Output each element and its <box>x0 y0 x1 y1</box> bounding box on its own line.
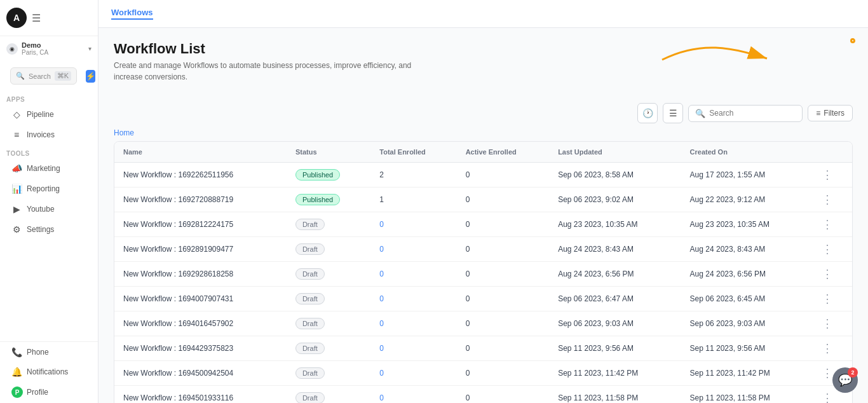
table-head: Name Status Total Enrolled Active Enroll… <box>114 142 852 163</box>
page-title: Workflow List <box>114 41 431 57</box>
cell-status: Draft <box>287 361 370 386</box>
flash-icon[interactable]: ⚡ <box>86 70 95 83</box>
pipeline-icon: ◇ <box>11 109 22 120</box>
row-more-button[interactable]: ⋮ <box>822 343 833 354</box>
search-box[interactable]: 🔍 <box>688 105 803 122</box>
sidebar-item-marketing[interactable]: 📣 Marketing <box>4 159 94 178</box>
cell-status: Draft <box>287 386 370 404</box>
apps-section-label: Apps <box>0 91 98 104</box>
cell-status: Draft <box>287 237 370 262</box>
toolbar-row: 🕐 ☰ 🔍 ≡ Filters <box>114 103 853 123</box>
sidebar-item-label: Pipeline <box>27 110 54 119</box>
cell-created-on: Aug 22 2023, 9:12 AM <box>681 188 813 212</box>
cell-name: New Workflow : 1692720888719 <box>114 188 287 212</box>
main-content: Workflows Workflow List Create and manag… <box>98 0 868 403</box>
sidebar-item-label: Marketing <box>27 164 60 173</box>
cell-status: Published <box>287 163 370 188</box>
cell-name: New Workflow : 1694016457902 <box>114 311 287 336</box>
cell-last-updated: Sep 06 2023, 9:03 AM <box>549 311 681 336</box>
search-input[interactable] <box>709 109 796 118</box>
table-row: New Workflow : 1694501933116 Draft 0 0 S… <box>114 386 852 404</box>
filters-button[interactable]: ≡ Filters <box>808 105 853 121</box>
table-row: New Workflow : 1692720888719 Published 1… <box>114 188 852 212</box>
cell-more: ⋮ <box>813 336 852 361</box>
col-active-enrolled: Active Enrolled <box>457 142 550 163</box>
row-more-button[interactable]: ⋮ <box>822 392 833 403</box>
topbar-title: Workflows <box>111 8 153 20</box>
cell-status: Draft <box>287 262 370 287</box>
cell-created-on: Aug 23 2023, 10:35 AM <box>681 212 813 237</box>
youtube-icon: ▶ <box>11 204 22 214</box>
status-badge: Draft <box>295 367 325 379</box>
status-badge: Draft <box>295 219 325 230</box>
sidebar-item-profile[interactable]: P Profile <box>4 382 94 403</box>
cell-status: Published <box>287 188 370 212</box>
cell-active-enrolled: 0 <box>457 262 550 287</box>
menu-toggle-icon[interactable]: ☰ <box>32 12 41 24</box>
cell-status: Draft <box>287 212 370 237</box>
sidebar-item-youtube[interactable]: ▶ Youtube <box>4 200 94 219</box>
row-more-button[interactable]: ⋮ <box>822 169 833 181</box>
breadcrumb[interactable]: Home <box>114 128 853 137</box>
avatar: A <box>6 8 27 28</box>
sidebar-search[interactable]: 🔍 Search ⌘K <box>10 67 77 85</box>
table-row: New Workflow : 1694007907431 Draft 0 0 S… <box>114 287 852 311</box>
sidebar-item-pipeline[interactable]: ◇ Pipeline <box>4 105 94 124</box>
table-row: New Workflow : 1692262511956 Published 2… <box>114 163 852 188</box>
row-more-button[interactable]: ⋮ <box>822 293 833 304</box>
cell-last-updated: Aug 24 2023, 6:56 PM <box>549 262 681 287</box>
status-badge: Draft <box>295 318 325 329</box>
row-more-button[interactable]: ⋮ <box>822 367 833 379</box>
cell-created-on: Sep 11 2023, 9:56 AM <box>681 336 813 361</box>
cell-created-on: Aug 24 2023, 8:43 AM <box>681 237 813 262</box>
table-row: New Workflow : 1694016457902 Draft 0 0 S… <box>114 311 852 336</box>
page-description: Create and manage Workflows to automate … <box>114 60 431 83</box>
page-header-row: Workflow List Create and manage Workflow… <box>114 41 853 93</box>
row-more-button[interactable]: ⋮ <box>822 268 833 280</box>
row-more-button[interactable]: ⋮ <box>822 318 833 329</box>
cell-last-updated: Sep 11 2023, 11:58 PM <box>549 386 681 404</box>
sidebar-item-reporting[interactable]: 📊 Reporting <box>4 179 94 198</box>
chat-badge: 2 <box>848 367 858 378</box>
col-created-on: Created On <box>681 142 813 163</box>
cell-active-enrolled: 0 <box>457 163 550 188</box>
col-last-updated: Last Updated <box>549 142 681 163</box>
chat-button[interactable]: 💬 2 <box>832 367 858 393</box>
status-badge: Draft <box>295 392 325 403</box>
row-more-button[interactable]: ⋮ <box>822 243 833 255</box>
search-box-icon: 🔍 <box>695 109 705 118</box>
account-location: Paris, CA <box>22 49 48 56</box>
sidebar-item-label: Settings <box>27 225 54 234</box>
cell-name: New Workflow : 1694500942504 <box>114 361 287 386</box>
cell-created-on: Sep 06 2023, 6:45 AM <box>681 287 813 311</box>
row-more-button[interactable]: ⋮ <box>822 194 833 205</box>
header-left: Workflow List Create and manage Workflow… <box>114 41 431 93</box>
account-switcher[interactable]: ◉ Demo Paris, CA ▾ <box>0 36 98 61</box>
sidebar-item-settings[interactable]: ⚙ Settings <box>4 220 94 239</box>
history-view-button[interactable]: 🕐 <box>637 103 658 123</box>
sidebar-item-notifications[interactable]: 🔔 Notifications <box>4 362 94 381</box>
sidebar-item-label: Profile <box>27 388 48 397</box>
sidebar-item-phone[interactable]: 📞 Phone <box>4 343 94 362</box>
cell-more: ⋮ <box>813 188 852 212</box>
account-icon: ◉ <box>6 43 18 55</box>
status-badge: Published <box>295 194 340 205</box>
search-shortcut: ⌘K <box>55 71 71 81</box>
notifications-icon: 🔔 <box>11 367 22 377</box>
cell-more: ⋮ <box>813 262 852 287</box>
cell-status: Draft <box>287 311 370 336</box>
col-total-enrolled: Total Enrolled <box>370 142 456 163</box>
cell-last-updated: Sep 06 2023, 9:02 AM <box>549 188 681 212</box>
status-badge: Draft <box>295 343 325 354</box>
invoices-icon: ≡ <box>11 130 22 140</box>
sidebar-item-invoices[interactable]: ≡ Invoices <box>4 125 94 144</box>
cell-name: New Workflow : 1692262511956 <box>114 163 287 188</box>
table: Name Status Total Enrolled Active Enroll… <box>114 142 852 403</box>
cell-total-enrolled: 0 <box>370 212 456 237</box>
account-name: Demo <box>22 41 48 49</box>
list-view-button[interactable]: ☰ <box>663 103 683 123</box>
cell-more: ⋮ <box>813 212 852 237</box>
row-more-button[interactable]: ⋮ <box>822 219 833 230</box>
cell-total-enrolled: 0 <box>370 262 456 287</box>
status-badge: Draft <box>295 268 325 280</box>
